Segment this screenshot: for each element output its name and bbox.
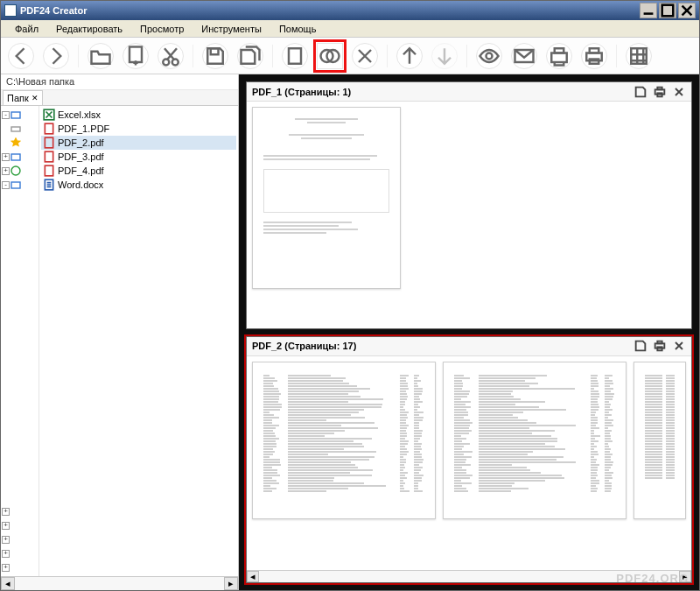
- window-controls: [638, 3, 696, 18]
- file-item[interactable]: Excel.xlsx: [41, 108, 236, 122]
- preview-button[interactable]: [476, 43, 502, 69]
- tree-node[interactable]: [2, 136, 38, 150]
- drive-icon: [10, 123, 21, 134]
- preview-area: PDF_1 (Страницы: 1): [239, 74, 699, 590]
- menu-file[interactable]: Файл: [6, 22, 47, 36]
- tree-node[interactable]: +: [2, 546, 38, 560]
- menu-edit[interactable]: Редактировать: [47, 22, 131, 36]
- expand-icon[interactable]: +: [2, 508, 10, 516]
- expand-icon[interactable]: +: [2, 167, 10, 175]
- tree-node[interactable]: +: [2, 504, 38, 518]
- tree-node[interactable]: [2, 122, 38, 136]
- cut-button[interactable]: [158, 43, 184, 69]
- svg-rect-29: [657, 87, 662, 89]
- folder-icon: [10, 179, 21, 190]
- doc-print-icon[interactable]: [653, 339, 667, 353]
- tree-node[interactable]: +: [2, 560, 38, 574]
- file-item[interactable]: PDF_4.pdf: [41, 164, 236, 178]
- pdf-icon: [43, 165, 55, 177]
- tree-node[interactable]: -: [2, 178, 38, 192]
- expand-icon[interactable]: +: [2, 522, 10, 530]
- doc-close-icon[interactable]: [672, 339, 686, 353]
- toolbar-separator: [192, 45, 193, 67]
- fax-button[interactable]: [546, 43, 572, 69]
- blank-page-button[interactable]: [282, 43, 308, 69]
- merge-button[interactable]: [317, 43, 343, 69]
- save-button[interactable]: [202, 43, 228, 69]
- move-down-button[interactable]: [431, 43, 458, 69]
- forward-button[interactable]: [43, 43, 69, 69]
- tree-node[interactable]: +: [2, 532, 38, 546]
- pdf-icon: [43, 151, 55, 163]
- svg-rect-24: [45, 137, 52, 148]
- tools-button[interactable]: [626, 43, 652, 69]
- doc-print-icon[interactable]: [653, 85, 667, 99]
- save-all-button[interactable]: [237, 43, 263, 69]
- expand-icon[interactable]: +: [2, 153, 10, 161]
- open-button[interactable]: [88, 43, 114, 69]
- file-item[interactable]: PDF_1.PDF: [41, 122, 236, 136]
- svg-rect-32: [657, 341, 662, 344]
- file-label: PDF_4.pdf: [58, 165, 104, 176]
- tree-node[interactable]: +: [2, 164, 38, 178]
- document-panel[interactable]: PDF_2 (Страницы: 17): [246, 336, 692, 584]
- document-header: PDF_2 (Страницы: 17): [247, 337, 691, 356]
- doc-save-icon[interactable]: [634, 85, 648, 99]
- svg-point-9: [486, 53, 493, 59]
- page-thumbnail[interactable]: [443, 362, 626, 519]
- sidebar-tab[interactable]: Папк ✕: [3, 90, 43, 105]
- delete-button[interactable]: [352, 43, 378, 69]
- file-label: Excel.xlsx: [58, 109, 101, 120]
- maximize-button[interactable]: [659, 3, 676, 18]
- expand-icon[interactable]: -: [2, 181, 10, 189]
- mail-button[interactable]: [511, 43, 537, 69]
- menu-help[interactable]: Помощь: [270, 22, 326, 36]
- page-thumbnail[interactable]: [252, 107, 401, 289]
- add-page-button[interactable]: [122, 43, 149, 69]
- path-display: C:\Новая папка: [1, 74, 238, 90]
- star-icon: [10, 137, 21, 148]
- toolbar-separator: [387, 45, 388, 67]
- move-up-button[interactable]: [396, 43, 423, 69]
- svg-rect-19: [11, 154, 20, 160]
- content-area: C:\Новая папка Папк ✕ - + + - + +: [1, 74, 699, 590]
- close-tab-icon[interactable]: ✕: [32, 94, 38, 102]
- menu-tools[interactable]: Инструменты: [192, 22, 270, 36]
- document-pages: [247, 356, 691, 571]
- expand-icon[interactable]: +: [2, 536, 10, 544]
- expand-icon[interactable]: -: [2, 111, 10, 119]
- back-button[interactable]: [8, 43, 34, 69]
- close-button[interactable]: [678, 3, 696, 18]
- document-controls: [634, 85, 686, 99]
- doc-save-icon[interactable]: [634, 339, 648, 353]
- file-item[interactable]: PDF_2.pdf: [41, 136, 236, 150]
- svg-point-20: [11, 166, 20, 175]
- scroll-track[interactable]: [15, 577, 224, 590]
- tree-node[interactable]: +: [2, 518, 38, 532]
- menu-view[interactable]: Просмотр: [131, 22, 192, 36]
- document-panel[interactable]: PDF_1 (Страницы: 1): [246, 81, 692, 329]
- svg-rect-11: [551, 53, 567, 62]
- scroll-left-icon[interactable]: ◂: [1, 577, 15, 590]
- titlebar: PDF24 Creator: [1, 1, 699, 20]
- svg-rect-5: [211, 48, 219, 54]
- svg-rect-23: [45, 123, 52, 134]
- document-header: PDF_1 (Страницы: 1): [247, 82, 691, 102]
- doc-close-icon[interactable]: [672, 85, 686, 99]
- tree-node[interactable]: -: [2, 108, 38, 122]
- print-button[interactable]: [581, 43, 607, 69]
- expand-icon[interactable]: +: [2, 564, 10, 572]
- network-icon: [10, 165, 21, 176]
- file-item[interactable]: Word.docx: [41, 178, 236, 192]
- scroll-right-icon[interactable]: ▸: [224, 577, 238, 590]
- svg-rect-6: [289, 48, 301, 64]
- page-thumbnail[interactable]: [634, 362, 686, 519]
- file-item[interactable]: PDF_3.pdf: [41, 150, 236, 164]
- sidebar-scrollbar[interactable]: ◂ ▸: [1, 576, 238, 590]
- toolbar-separator: [616, 45, 617, 67]
- tree-node[interactable]: +: [2, 150, 38, 164]
- minimize-button[interactable]: [640, 3, 657, 18]
- scroll-left-icon[interactable]: ◂: [247, 571, 259, 582]
- page-thumbnail[interactable]: [252, 362, 436, 519]
- expand-icon[interactable]: +: [2, 550, 10, 558]
